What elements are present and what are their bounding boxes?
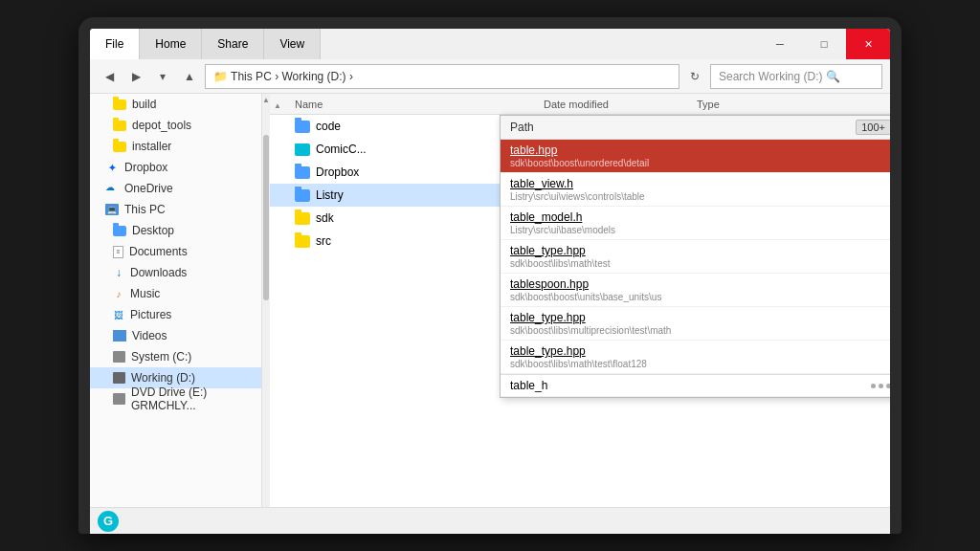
sidebar-item-depot-tools-label: depot_tools bbox=[132, 119, 191, 132]
sidebar-item-build-label: build bbox=[132, 98, 156, 111]
address-path[interactable]: 📁 This PC › Working (D:) › bbox=[205, 64, 679, 89]
sidebar-scrollbar[interactable]: ▲ bbox=[262, 94, 270, 507]
address-path-text: 📁 This PC › Working (D:) › bbox=[213, 70, 353, 83]
music-icon: ♪ bbox=[113, 288, 124, 299]
ribbon-tab-home[interactable]: Home bbox=[140, 29, 202, 59]
onedrive-icon: ☁ bbox=[105, 182, 119, 195]
recent-button[interactable]: ▾ bbox=[151, 65, 174, 88]
header-date-label: Date modified bbox=[544, 99, 609, 110]
sidebar-item-downloads[interactable]: ↓ Downloads bbox=[90, 262, 261, 283]
refresh-button[interactable]: ↻ bbox=[683, 65, 706, 88]
autocomplete-filename-0: table.hpp bbox=[510, 143, 890, 157]
file-name-comicc: ComicC... bbox=[287, 143, 536, 156]
ribbon-tab-home-label: Home bbox=[155, 37, 186, 51]
sidebar-item-onedrive[interactable]: ☁ OneDrive bbox=[90, 178, 261, 199]
sidebar-item-pictures-label: Pictures bbox=[130, 308, 171, 321]
header-type[interactable]: Type bbox=[689, 99, 886, 110]
maximize-button[interactable]: □ bbox=[802, 29, 846, 59]
folder-icon bbox=[295, 212, 310, 225]
autocomplete-item-bottom[interactable]: table_h bbox=[501, 374, 890, 397]
header-type-label: Type bbox=[697, 99, 720, 110]
sidebar-item-dropbox[interactable]: ✦ Dropbox bbox=[90, 157, 261, 178]
drive-working-icon bbox=[113, 372, 125, 384]
autocomplete-path-0: sdk\boost\boost\unordered\detail bbox=[510, 158, 890, 168]
ribbon-tabs: File Home Share View bbox=[90, 29, 321, 59]
dots-row bbox=[871, 384, 890, 388]
scroll-up-arrow[interactable]: ▲ bbox=[262, 94, 270, 104]
ribbon-tab-share-label: Share bbox=[217, 37, 248, 51]
folder-icon bbox=[295, 235, 310, 248]
autocomplete-header: Path 100+ bbox=[501, 116, 890, 140]
header-name[interactable]: Name bbox=[287, 99, 536, 110]
sidebar-item-system-c[interactable]: System (C:) bbox=[90, 346, 261, 367]
folder-icon bbox=[113, 142, 126, 152]
autocomplete-item-1[interactable]: table_view.h Listry\src\ui\views\control… bbox=[501, 173, 890, 207]
file-name-dropbox: Dropbox bbox=[287, 165, 536, 179]
dropbox-icon: ✦ bbox=[105, 161, 119, 174]
file-name-listry: Listry bbox=[287, 188, 536, 202]
sidebar-item-installer[interactable]: installer bbox=[90, 136, 261, 157]
sidebar-item-desktop[interactable]: Desktop bbox=[90, 220, 261, 241]
pictures-icon: 🖼 bbox=[113, 309, 124, 320]
autocomplete-item-6[interactable]: table_type.hpp sdk\boost\libs\math\test\… bbox=[501, 341, 890, 374]
sidebar-item-depot-tools[interactable]: depot_tools bbox=[90, 115, 261, 136]
back-button[interactable]: ◀ bbox=[98, 65, 121, 88]
autocomplete-path-4: sdk\boost\boost\units\base_units\us bbox=[510, 292, 890, 302]
dot-2 bbox=[879, 384, 883, 388]
header-spacer: ▲ bbox=[274, 99, 287, 110]
folder-blue-icon bbox=[113, 226, 126, 236]
sidebar-item-build[interactable]: build bbox=[90, 94, 261, 115]
header-date[interactable]: Date modified bbox=[536, 99, 689, 110]
autocomplete-item-2[interactable]: table_model.h Listry\src\ui\base\models bbox=[501, 207, 890, 240]
up-button[interactable]: ▲ bbox=[178, 65, 201, 88]
file-area: ▲ Name Date modified Type bbox=[270, 94, 890, 507]
autocomplete-bottom-label: table_h bbox=[510, 379, 547, 392]
ribbon-tab-share[interactable]: Share bbox=[202, 29, 264, 59]
sidebar: build depot_tools installer ✦ Dropbox bbox=[90, 94, 262, 507]
dvd-icon bbox=[113, 393, 125, 405]
autocomplete-item-0[interactable]: table.hpp sdk\boost\boost\unordered\deta… bbox=[501, 140, 890, 173]
screen: File Home Share View ─ □ ✕ ◀ ▶ bbox=[90, 29, 890, 534]
file-header: ▲ Name Date modified Type bbox=[270, 94, 890, 115]
sidebar-item-thispc[interactable]: 💻 This PC bbox=[90, 199, 261, 220]
close-button[interactable]: ✕ bbox=[846, 29, 890, 59]
sidebar-item-videos[interactable]: Videos bbox=[90, 325, 261, 346]
sidebar-item-onedrive-label: OneDrive bbox=[124, 182, 173, 195]
autocomplete-filename-2: table_model.h bbox=[510, 210, 890, 224]
docs-icon: ≡ bbox=[113, 246, 123, 258]
ribbon-tab-view[interactable]: View bbox=[264, 29, 321, 59]
title-bar: File Home Share View ─ □ ✕ bbox=[90, 29, 890, 59]
sidebar-item-working-d-label: Working (D:) bbox=[131, 371, 195, 385]
autocomplete-filename-1: table_view.h bbox=[510, 177, 890, 190]
laptop-frame: File Home Share View ─ □ ✕ ◀ ▶ bbox=[78, 17, 902, 534]
downloads-icon: ↓ bbox=[113, 267, 124, 278]
search-box[interactable]: Search Working (D:) 🔍 bbox=[710, 64, 882, 89]
autocomplete-header-label: Path bbox=[510, 121, 856, 134]
search-placeholder: Search Working (D:) bbox=[719, 70, 822, 83]
forward-button[interactable]: ▶ bbox=[124, 65, 147, 88]
sidebar-item-music[interactable]: ♪ Music bbox=[90, 283, 261, 304]
autocomplete-path-6: sdk\boost\libs\math\test\float128 bbox=[510, 359, 890, 369]
dot-1 bbox=[871, 384, 876, 388]
app-icon: G bbox=[98, 511, 119, 532]
minimize-button[interactable]: ─ bbox=[758, 29, 802, 59]
ribbon-tab-file[interactable]: File bbox=[90, 29, 140, 59]
ribbon-tab-file-label: File bbox=[105, 37, 123, 51]
folder-blue-icon bbox=[295, 189, 310, 202]
autocomplete-popup[interactable]: Path 100+ table.hpp sdk\boost\boost\unor… bbox=[500, 115, 890, 398]
dot-3 bbox=[886, 384, 890, 388]
scroll-thumb[interactable] bbox=[263, 135, 269, 300]
drive-icon bbox=[113, 351, 125, 363]
sidebar-item-documents-label: Documents bbox=[129, 245, 188, 258]
sidebar-item-pictures[interactable]: 🖼 Pictures bbox=[90, 304, 261, 325]
autocomplete-item-4[interactable]: tablespoon.hpp sdk\boost\boost\units\bas… bbox=[501, 274, 890, 307]
file-name-sdk: sdk bbox=[287, 211, 536, 225]
sidebar-item-documents[interactable]: ≡ Documents bbox=[90, 241, 261, 262]
autocomplete-item-3[interactable]: table_type.hpp sdk\boost\libs\math\test bbox=[501, 240, 890, 274]
header-name-label: Name bbox=[295, 99, 323, 110]
autocomplete-item-5[interactable]: table_type.hpp sdk\boost\libs\multipreci… bbox=[501, 307, 890, 341]
sidebar-item-dvd-label: DVD Drive (E:) GRMCHLY... bbox=[131, 386, 254, 412]
sidebar-item-dvd[interactable]: DVD Drive (E:) GRMCHLY... bbox=[90, 388, 261, 409]
autocomplete-path-5: sdk\boost\libs\multiprecision\test\math bbox=[510, 325, 890, 336]
window-controls: ─ □ ✕ bbox=[758, 29, 890, 59]
